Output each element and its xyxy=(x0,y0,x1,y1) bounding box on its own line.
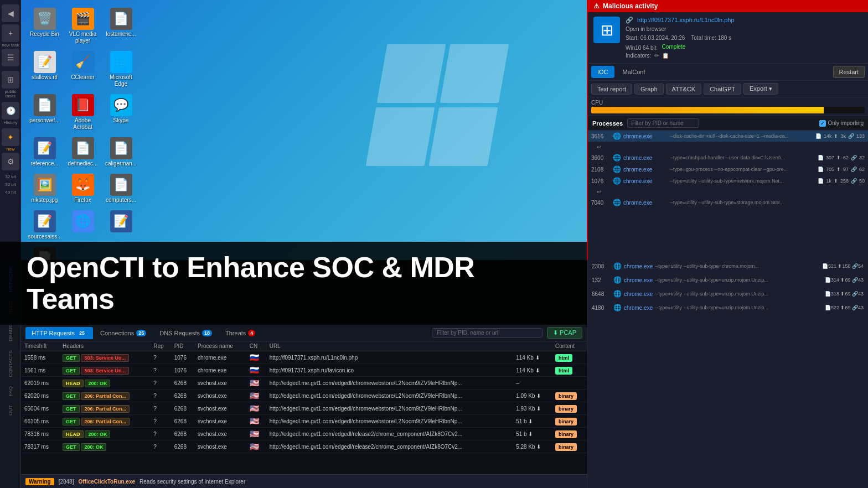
cell-content: binary xyxy=(552,428,587,440)
icon-reference[interactable]: 📝 reference... xyxy=(27,135,63,169)
new-task-button[interactable]: + xyxy=(2,24,19,42)
tab-http-requests[interactable]: HTTP Requests 25 xyxy=(25,327,93,339)
status-badge: Complete xyxy=(662,44,686,53)
tab-connections[interactable]: Connections 25 xyxy=(94,327,152,339)
table-row[interactable]: 1561 ms GET 503: Service Un... ? 1076 ch… xyxy=(21,364,587,377)
method-badge: GET xyxy=(63,367,80,375)
icon-stallows[interactable]: 📝 stallows.rtf xyxy=(27,49,63,90)
icon-adobe[interactable]: 📕 Adobe Acrobat xyxy=(65,92,101,133)
cell-url: http://f0917371.xsph.ru/favicon.ico xyxy=(266,364,513,377)
net-icon: 🔗 xyxy=(848,133,854,139)
cell-method: GET 503: Service Un... xyxy=(59,364,150,377)
process-row-3616[interactable]: 3616 🌐 chrome.exe --disk-cache-dir=null … xyxy=(588,131,868,142)
only-importing-checkbox[interactable]: ✓ xyxy=(819,120,826,127)
cell-method: GET 200: OK xyxy=(59,440,150,453)
icon-ccleaner[interactable]: 🧹 CCleaner xyxy=(65,49,101,90)
attck-button[interactable]: ATT&CK xyxy=(666,84,702,95)
icon-caligerman[interactable]: 📄 caligerman... xyxy=(103,135,139,169)
icon-word2[interactable]: 📝 xyxy=(103,208,139,242)
icon-sourcesaiss[interactable]: 📝 sourcesaiss... xyxy=(27,208,63,242)
icon-skype[interactable]: 💬 Skype xyxy=(103,92,139,133)
new-star-button[interactable]: ✦ xyxy=(2,128,19,146)
cell-content: html xyxy=(552,351,587,364)
settings-button[interactable]: ⚙ xyxy=(2,153,19,170)
cell-size: 1.09 Kb ⬇ xyxy=(513,390,552,402)
open-in-browser[interactable]: Open in browser xyxy=(626,25,735,34)
cell-method: GET 206: Partial Con... xyxy=(59,390,150,402)
chrome-icon-2: 🌐 xyxy=(613,154,621,162)
icon-vlc[interactable]: 🎬 VLC media player xyxy=(65,6,101,46)
proc-stats: 📄14k ⬆3k 🔗133 xyxy=(815,133,865,139)
cell-timeshift: 62019 ms xyxy=(21,377,59,390)
icon-lostamenc[interactable]: 📄 lostamenc... xyxy=(103,6,139,46)
rb-process-row-2308[interactable]: 2308 🌐 chrome.exe --type=utility --utili… xyxy=(587,260,868,274)
rb-pid: 132 xyxy=(592,277,611,283)
restart-button[interactable]: Restart xyxy=(833,66,865,78)
vtab-faq[interactable]: FAQ xyxy=(6,382,16,401)
table-row[interactable]: 62019 ms HEAD 200: OK ? 6268 svchost.exe… xyxy=(21,377,587,390)
tasks-button[interactable]: ☰ xyxy=(2,49,19,66)
icon-chrome[interactable]: 🌐 xyxy=(65,208,101,242)
icon-nikstep[interactable]: 🖼️ nikstep.jpg xyxy=(27,172,63,206)
tab-malconf[interactable]: MalConf xyxy=(617,66,652,78)
table-row[interactable]: 62020 ms GET 206: Partial Con... ? 6268 … xyxy=(21,390,587,402)
table-row[interactable]: 66105 ms GET 206: Partial Con... ? 6268 … xyxy=(21,415,587,428)
table-row[interactable]: 78316 ms HEAD 200: OK ? 6268 svchost.exe… xyxy=(21,428,587,440)
method-badge: HEAD xyxy=(63,430,84,438)
process-row-2108[interactable]: 2108 🌐 chrome.exe --type=gpu-process --n… xyxy=(588,164,868,175)
proc-pid: 2108 xyxy=(591,167,611,173)
status-badge: 200: OK xyxy=(85,430,110,438)
vtab-contacts[interactable]: CONTACTS xyxy=(6,346,16,382)
tab-threats[interactable]: Threats 4 xyxy=(219,327,261,339)
table-row[interactable]: 1558 ms GET 503: Service Un... ? 1076 ch… xyxy=(21,351,587,364)
col-headers: Headers xyxy=(59,341,150,351)
icon-computers[interactable]: 📄 computers... xyxy=(103,172,139,206)
pcap-button[interactable]: ⬇ PCAP xyxy=(547,327,582,339)
public-tasks-button[interactable]: ⊞ xyxy=(2,71,19,89)
process-row-1076[interactable]: 1076 🌐 chrome.exe --type=utility --utili… xyxy=(588,175,868,187)
file-icon: 📄 xyxy=(815,133,822,139)
icon-personwef[interactable]: 📄 personwef... xyxy=(27,92,63,133)
rb-process-row-4180[interactable]: 4180 🌐 chrome.exe --type=utility --utili… xyxy=(587,302,868,315)
process-filter-input[interactable] xyxy=(627,118,699,128)
cell-content xyxy=(552,377,587,390)
proc-name: chrome.exe xyxy=(623,133,668,139)
process-row-7040[interactable]: 7040 🌐 chrome.exe --type=utility --utili… xyxy=(588,197,868,209)
proc-args: --type=gpu-process --no-appcompat-clear … xyxy=(670,167,815,172)
tab-ioc[interactable]: IOC xyxy=(591,66,614,78)
icon-firefox[interactable]: 🦊 Firefox xyxy=(65,172,101,206)
process-row-3600[interactable]: 3600 🌐 chrome.exe --type=crashpad-handle… xyxy=(588,152,868,164)
rb-process-row-6648[interactable]: 6648 🌐 chrome.exe --type=utility --utili… xyxy=(587,288,868,302)
new-star-label: new xyxy=(7,147,15,152)
vtab-out[interactable]: OUT xyxy=(6,401,16,420)
icon-edge[interactable]: 🌐 Microsoft Edge xyxy=(103,49,139,90)
cell-url: http://edgedl.me.gvt1.com/edgedl/release… xyxy=(266,428,513,440)
cell-process: svchost.exe xyxy=(194,415,246,428)
export-button[interactable]: Export ▾ xyxy=(743,83,778,95)
graph-button[interactable]: Graph xyxy=(634,84,664,95)
chatgpt-button[interactable]: ChatGPT xyxy=(704,84,741,95)
warning-bar: Warning [2848] OfficeClickToRun.exe Read… xyxy=(21,474,587,488)
proc-stats: 📄1k ⬆258 🔗50 xyxy=(818,178,865,184)
network-filter-input[interactable] xyxy=(432,328,542,338)
only-importing-toggle[interactable]: ✓ Only importing xyxy=(819,120,864,127)
status-badge: 200: OK xyxy=(81,443,106,451)
cell-content: html xyxy=(552,364,587,377)
back-button[interactable]: ◀ xyxy=(2,4,19,22)
desktop-left-sidebar: ◀ + new task ☰ ⊞ public tasks 🕐 History … xyxy=(0,0,21,260)
history-button[interactable]: 🕐 xyxy=(2,102,19,120)
col-timeshift: Timeshift xyxy=(21,341,59,351)
icon-recycle-bin[interactable]: 🗑️ Recycle Bin xyxy=(27,6,63,46)
cell-rep: ? xyxy=(150,377,171,390)
icon-definediec[interactable]: 📄 definediec... xyxy=(65,135,101,169)
rb-process-row-132[interactable]: 132 🌐 chrome.exe --type=utility --utilit… xyxy=(587,274,868,288)
table-row[interactable]: 65004 ms GET 206: Partial Con... ? 6268 … xyxy=(21,402,587,415)
rb-args: --type=utility --utility-sub-type=unzip.… xyxy=(655,291,806,297)
cpu-bar xyxy=(591,107,824,113)
tab-dns-requests[interactable]: DNS Requests 18 xyxy=(153,327,218,339)
only-importing-label: Only importing xyxy=(828,120,864,126)
cell-timeshift: 65004 ms xyxy=(21,402,59,415)
text-report-button[interactable]: Text report xyxy=(591,84,632,95)
table-row[interactable]: 78317 ms GET 200: OK ? 6268 svchost.exe … xyxy=(21,440,587,453)
analysis-url[interactable]: 🔗 http://f0917371.xsph.ru/L1nc0ln.php xyxy=(626,17,735,24)
